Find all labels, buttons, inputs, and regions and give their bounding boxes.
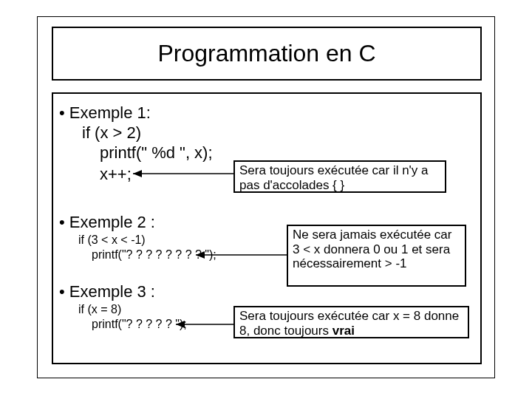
example-1-note-text: Sera toujours exécutée car il n'y a pas … (239, 163, 429, 192)
example-2-note-text: Ne sera jamais exécutée car 3 < x donner… (293, 228, 451, 270)
example-2-code-line-1: if (3 < x < -1) (78, 233, 146, 247)
arrow-icon (133, 173, 233, 174)
example-1-code-line-2: printf(" %d ", x); (100, 143, 213, 163)
arrow-icon (196, 254, 287, 255)
arrow-icon (176, 324, 233, 324)
example-1-code-line-1: if (x > 2) (82, 123, 141, 143)
example-2-bullet: • Exemple 2 : (59, 213, 155, 232)
example-1-note-box: Sera toujours exécutée car il n'y a pas … (233, 160, 446, 193)
example-3-bullet: • Exemple 3 : (59, 282, 155, 301)
example-3-note-box: Sera toujours exécutée car x = 8 donne 8… (233, 306, 469, 338)
example-2-note-box: Ne sera jamais exécutée car 3 < x donner… (287, 225, 466, 287)
example-1-bullet: • Exemple 1: (59, 103, 151, 123)
example-3-note-bold: vrai (332, 324, 355, 338)
example-3-code-line-2: printf("? ? ? ? ? "); (92, 318, 187, 331)
title-frame: Programmation en C (52, 27, 482, 81)
example-1-code-line-3: x++; (100, 165, 132, 184)
example-3-code-line-1: if (x = 8) (78, 303, 121, 316)
slide-title: Programmation en C (157, 40, 375, 67)
